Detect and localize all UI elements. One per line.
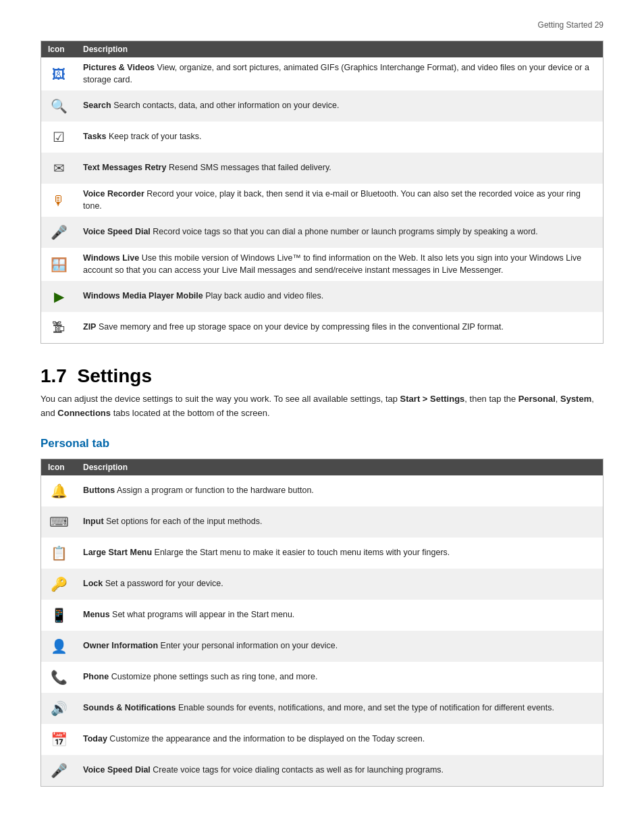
description-cell: Voice Speed Dial Record voice tags so th…: [76, 217, 603, 248]
icon-cell: 🪟: [41, 248, 77, 281]
icon-cell: 🔊: [41, 693, 77, 724]
row-icon: ☑: [48, 126, 70, 148]
description-cell: Voice Recorder Record your voice, play i…: [76, 184, 603, 217]
icon-cell: 📞: [41, 662, 77, 693]
row-icon: 🎤: [48, 760, 70, 781]
description-cell: Input Set options for each of the input …: [76, 506, 603, 538]
item-title: Pictures & Videos: [83, 63, 155, 72]
item-desc: Search contacts, data, and other informa…: [111, 101, 340, 110]
table-row: 🔑 Lock Set a password for your device.: [41, 569, 603, 600]
item-title: ZIP: [83, 322, 96, 332]
item-desc: Set a password for your device.: [103, 579, 223, 588]
table-row: 🎙 Voice Recorder Record your voice, play…: [41, 184, 603, 217]
item-title: Windows Live: [83, 253, 139, 263]
row-icon: 🎤: [48, 221, 70, 243]
row-icon: ✉: [48, 157, 70, 179]
icon-cell: 🔑: [41, 569, 77, 600]
col-icon-personal: Icon: [41, 459, 77, 475]
description-cell: Lock Set a password for your device.: [76, 569, 603, 600]
icon-cell: ⌨: [41, 506, 77, 538]
item-title: Buttons: [83, 486, 115, 495]
row-icon: 🔔: [48, 480, 70, 502]
table-row: ▶ Windows Media Player Mobile Play back …: [41, 281, 603, 312]
item-title: Text Messages Retry: [83, 163, 166, 172]
row-icon: 📅: [48, 729, 70, 750]
description-cell: Tasks Keep track of your tasks.: [76, 122, 603, 153]
icon-cell: ☑: [41, 122, 77, 153]
table-row: 📱 Menus Set what programs will appear in…: [41, 600, 603, 631]
item-title: Menus: [83, 610, 110, 619]
item-desc: View, organize, and sort pictures, anima…: [83, 63, 589, 84]
icon-cell: 🖼: [41, 57, 77, 90]
description-cell: Buttons Assign a program or function to …: [76, 475, 603, 506]
row-icon: 📞: [48, 667, 70, 688]
icon-cell: 🗜: [41, 312, 77, 344]
item-title: Owner Information: [83, 641, 158, 650]
section-number: 1.7 Settings: [41, 365, 603, 387]
col-description: Description: [76, 41, 603, 58]
item-title: Voice Recorder: [83, 189, 144, 199]
description-cell: Large Start Menu Enlarge the Start menu …: [76, 538, 603, 569]
row-icon: 📱: [48, 604, 70, 626]
description-cell: Pictures & Videos View, organize, and so…: [76, 57, 603, 90]
icon-cell: 🔔: [41, 475, 77, 506]
icon-cell: 🎤: [41, 217, 77, 248]
icon-cell: 📅: [41, 724, 77, 755]
table-row: ☑ Tasks Keep track of your tasks.: [41, 122, 603, 153]
item-desc: Set what programs will appear in the Sta…: [110, 610, 295, 619]
row-icon: 📋: [48, 542, 70, 564]
item-title: Large Start Menu: [83, 548, 152, 557]
item-desc: Record your voice, play it back, then se…: [83, 189, 581, 211]
table-row: 🎤 Voice Speed Dial Record voice tags so …: [41, 217, 603, 248]
item-desc: Customize the appearance and the informa…: [107, 734, 425, 744]
row-icon: 🪟: [48, 254, 70, 276]
description-cell: Windows Media Player Mobile Play back au…: [76, 281, 603, 312]
table-row: 🖼 Pictures & Videos View, organize, and …: [41, 57, 603, 90]
item-desc: Enable sounds for events, notifications,…: [176, 703, 555, 712]
description-cell: Text Messages Retry Resend SMS messages …: [76, 153, 603, 184]
icon-cell: 🔍: [41, 90, 77, 122]
top-table: Icon Description 🖼 Pictures & Videos Vie…: [41, 41, 603, 344]
description-cell: Voice Speed Dial Create voice tags for v…: [76, 755, 603, 787]
item-title: Voice Speed Dial: [83, 227, 151, 236]
item-title: Today: [83, 734, 107, 744]
row-icon: 🎙: [48, 190, 70, 211]
item-title: Windows Media Player Mobile: [83, 291, 203, 301]
item-desc: Enter your personal information on your …: [158, 641, 338, 650]
table-row: 🎤 Voice Speed Dial Create voice tags for…: [41, 755, 603, 787]
item-desc: Save memory and free up storage space on…: [96, 322, 504, 332]
icon-cell: ✉: [41, 153, 77, 184]
icon-cell: ▶: [41, 281, 77, 312]
table-row: 👤 Owner Information Enter your personal …: [41, 631, 603, 662]
icon-cell: 👤: [41, 631, 77, 662]
item-desc: Record voice tags so that you can dial a…: [151, 227, 538, 236]
personal-tab-section: Personal tab Icon Description 🔔 Buttons …: [41, 437, 603, 787]
table-row: 🔊 Sounds & Notifications Enable sounds f…: [41, 693, 603, 724]
description-cell: Phone Customize phone settings such as r…: [76, 662, 603, 693]
description-cell: Search Search contacts, data, and other …: [76, 90, 603, 122]
table-row: 🔔 Buttons Assign a program or function t…: [41, 475, 603, 506]
description-cell: Owner Information Enter your personal in…: [76, 631, 603, 662]
section-17: 1.7 Settings You can adjust the device s…: [41, 365, 603, 421]
item-title: Phone: [83, 672, 109, 681]
personal-tab-table: Icon Description 🔔 Buttons Assign a prog…: [41, 459, 603, 787]
item-title: Lock: [83, 579, 103, 588]
item-desc: Play back audio and video files.: [203, 291, 324, 301]
icon-cell: 📋: [41, 538, 77, 569]
item-desc: Resend SMS messages that failed delivery…: [166, 163, 331, 172]
section-intro: You can adjust the device settings to su…: [41, 392, 603, 421]
table-row: ✉ Text Messages Retry Resend SMS message…: [41, 153, 603, 184]
item-title: Voice Speed Dial: [83, 765, 151, 775]
table-row: 📞 Phone Customize phone settings such as…: [41, 662, 603, 693]
row-icon: 🔍: [48, 95, 70, 117]
icon-cell: 📱: [41, 600, 77, 631]
item-desc: Enlarge the Start menu to make it easier…: [152, 548, 450, 557]
description-cell: Menus Set what programs will appear in t…: [76, 600, 603, 631]
subsection-title-personal: Personal tab: [41, 437, 603, 450]
description-cell: Sounds & Notifications Enable sounds for…: [76, 693, 603, 724]
item-title: Search: [83, 101, 111, 110]
description-cell: Windows Live Use this mobile version of …: [76, 248, 603, 281]
col-description-personal: Description: [76, 459, 603, 475]
item-title: Input: [83, 517, 104, 526]
item-desc: Use this mobile version of Windows Live™…: [83, 253, 581, 275]
